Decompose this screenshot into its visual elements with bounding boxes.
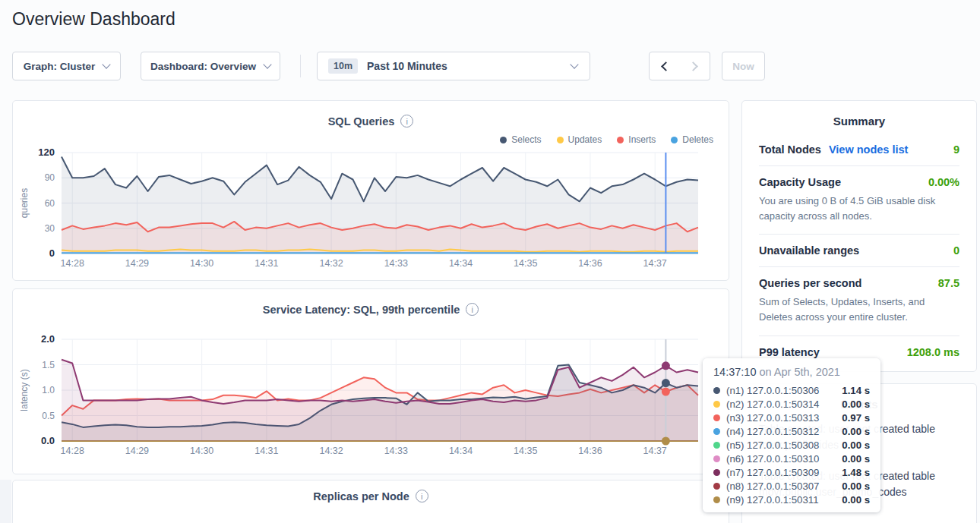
tooltip-time: 14:37:10 (713, 366, 756, 378)
node-address: (n8) 127.0.0.1:50307 (726, 480, 842, 492)
time-range-badge: 10m (328, 58, 358, 74)
svg-text:14:36: 14:36 (578, 258, 602, 269)
svg-text:14:30: 14:30 (190, 446, 213, 456)
p99-latency-value: 1208.0 ms (907, 346, 959, 358)
replicas-title: Replicas per Node i (13, 480, 729, 503)
tooltip-timestamp: 14:37:10 on Apr 5th, 2021 (713, 366, 870, 378)
node-color-dot (713, 455, 720, 462)
svg-text:14:33: 14:33 (384, 258, 408, 269)
node-address: (n6) 127.0.0.1:50310 (726, 453, 842, 465)
total-nodes-value: 9 (953, 143, 959, 156)
svg-text:14:36: 14:36 (578, 446, 602, 456)
svg-text:latency (s): latency (s) (19, 369, 30, 411)
node-value: 1.14 s (842, 385, 870, 396)
info-icon[interactable]: i (416, 490, 428, 503)
svg-text:14:29: 14:29 (125, 446, 149, 456)
sql-queries-card: SQL Queries i SelectsUpdatesInsertsDelet… (12, 100, 729, 281)
time-next-button[interactable] (679, 52, 710, 80)
node-color-dot (713, 428, 720, 435)
svg-text:14:32: 14:32 (319, 446, 343, 456)
svg-text:14:37: 14:37 (643, 258, 667, 269)
page: Overview Dashboard Graph: Cluster Dashbo… (0, 0, 980, 523)
node-value: 0.00 s (842, 426, 870, 437)
view-nodes-list-link[interactable]: View nodes list (829, 143, 909, 156)
page-title: Overview Dashboard (12, 9, 175, 30)
latency-chart-canvas[interactable]: 0.00.51.01.52.014:2814:2914:3014:3114:32… (13, 289, 729, 474)
summary-row-capacity: Capacity Usage 0.00% You are using 0 B o… (759, 166, 959, 235)
node-address: (n3) 127.0.0.1:50313 (726, 412, 842, 424)
chevron-left-icon (661, 61, 671, 71)
service-latency-card: Service Latency: SQL, 99th percentile i … (12, 288, 729, 474)
node-value: 0.97 s (842, 412, 870, 424)
svg-text:120: 120 (38, 147, 55, 158)
tooltip-node-row: (n3) 127.0.0.1:503130.97 s (713, 411, 870, 424)
svg-text:queries: queries (19, 188, 30, 218)
chart-hover-tooltip: 14:37:10 on Apr 5th, 2021 (n1) 127.0.0.1… (703, 358, 880, 512)
node-address: (n4) 127.0.0.1:50312 (726, 426, 842, 437)
svg-text:1.0: 1.0 (42, 385, 55, 395)
node-color-dot (713, 442, 720, 449)
node-color-dot (713, 469, 720, 476)
page-edge (0, 480, 11, 523)
summary-title: Summary (759, 101, 959, 134)
svg-text:30: 30 (45, 223, 55, 234)
graph-dropdown[interactable]: Graph: Cluster (12, 52, 121, 80)
node-value: 0.00 s (842, 399, 870, 410)
tooltip-node-row: (n6) 127.0.0.1:503100.00 s (713, 452, 870, 465)
unavailable-ranges-label: Unavailable ranges (759, 244, 859, 257)
qps-value: 87.5 (938, 277, 959, 289)
tooltip-node-row: (n8) 127.0.0.1:503070.00 s (713, 479, 870, 493)
qps-label: Queries per second (759, 277, 861, 289)
node-value: 1.48 s (842, 467, 870, 478)
chevron-down-icon (570, 60, 578, 68)
node-color-dot (713, 414, 720, 421)
svg-text:0.0: 0.0 (41, 435, 55, 446)
node-address: (n1) 127.0.0.1:50306 (726, 385, 842, 396)
node-address: (n9) 127.0.0.1:50311 (726, 494, 842, 506)
unavailable-ranges-value: 0 (953, 244, 959, 257)
svg-text:14:32: 14:32 (319, 258, 343, 269)
sql-chart-canvas[interactable]: 030609012014:2814:2914:3014:3114:3214:33… (13, 101, 729, 280)
tooltip-node-row: (n2) 127.0.0.1:503140.00 s (713, 397, 870, 411)
svg-text:14:34: 14:34 (449, 446, 473, 456)
summary-row-unavailable: Unavailable ranges 0 (759, 235, 959, 267)
svg-text:0: 0 (49, 247, 55, 259)
summary-row-total-nodes: Total Nodes View nodes list 9 (759, 134, 959, 166)
node-value: 0.00 s (842, 494, 870, 506)
node-value: 0.00 s (842, 480, 870, 492)
svg-text:90: 90 (45, 172, 55, 183)
now-button[interactable]: Now (722, 52, 765, 80)
qps-desc: Sum of Selects, Updates, Inserts, and De… (759, 295, 959, 325)
tooltip-node-row: (n9) 127.0.0.1:503110.00 s (713, 493, 870, 506)
tooltip-date: on Apr 5th, 2021 (756, 366, 839, 378)
p99-latency-label: P99 latency (759, 346, 820, 358)
node-value: 0.00 s (842, 440, 870, 451)
total-nodes-label: Total Nodes (759, 143, 821, 156)
svg-text:14:35: 14:35 (514, 258, 537, 269)
node-color-dot (713, 387, 720, 394)
capacity-desc: You are using 0 B of 4.5 GiB usable disk… (759, 194, 959, 224)
svg-text:14:34: 14:34 (449, 258, 473, 269)
tooltip-node-row: (n1) 127.0.0.1:503061.14 s (713, 383, 870, 397)
svg-text:1.5: 1.5 (42, 360, 55, 370)
svg-text:14:33: 14:33 (384, 446, 408, 456)
svg-text:14:28: 14:28 (61, 258, 84, 269)
capacity-value: 0.00% (928, 176, 959, 188)
chevron-right-icon (688, 61, 698, 71)
time-range-label: Past 10 Minutes (367, 60, 447, 72)
chart-svg: 0.00.51.01.52.014:2814:2914:3014:3114:32… (13, 289, 729, 474)
node-address: (n5) 127.0.0.1:50308 (726, 440, 842, 451)
chevron-down-icon (103, 60, 111, 68)
graph-dropdown-label: Graph: Cluster (24, 61, 96, 72)
svg-text:2.0: 2.0 (41, 333, 55, 345)
time-range-dropdown[interactable]: 10m Past 10 Minutes (317, 52, 590, 80)
summary-card: Summary Total Nodes View nodes list 9 Ca… (741, 100, 977, 372)
svg-text:14:28: 14:28 (61, 446, 84, 456)
dashboard-dropdown[interactable]: Dashboard: Overview (141, 52, 280, 80)
summary-row-qps: Queries per second 87.5 Sum of Selects, … (759, 267, 959, 336)
toolbar-divider (300, 55, 301, 77)
time-prev-button[interactable] (649, 52, 680, 80)
tooltip-node-row: (n5) 127.0.0.1:503080.00 s (713, 438, 870, 452)
chart-svg: 030609012014:2814:2914:3014:3114:3214:33… (13, 101, 729, 280)
chevron-down-icon (263, 60, 271, 68)
